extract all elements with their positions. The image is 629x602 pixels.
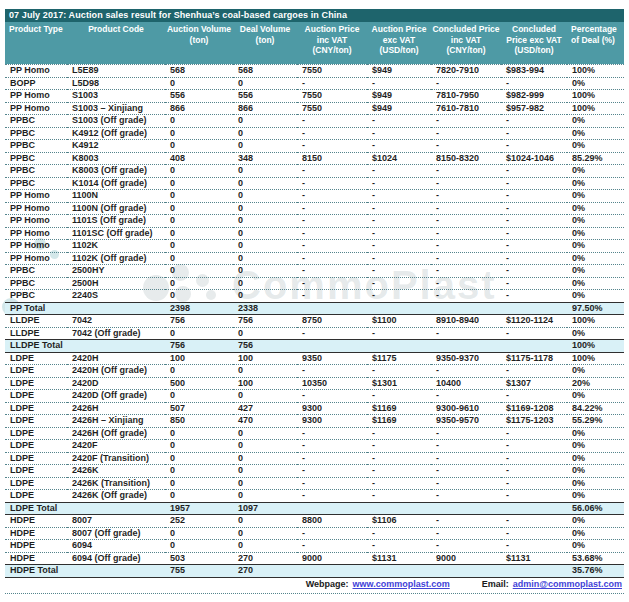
table-row: PP HomoL5E895685687550$9497820-7910$983-…	[5, 65, 624, 78]
cell-auction-volume: 1957	[165, 502, 233, 515]
email-label: Email:	[482, 579, 509, 589]
col-header-product-code: Product Code	[67, 22, 165, 65]
cell-product-type: HDPE	[5, 515, 67, 528]
cell-product-code: 2420D (Off grade)	[67, 390, 165, 403]
cell-concluded-price-exc-vat: -	[501, 240, 567, 253]
table-row: PPBC2500HY00----0%	[5, 265, 624, 278]
cell-product-code: 2426H (Off grade)	[67, 427, 165, 440]
cell-concluded-price-inc-vat: -	[431, 365, 501, 378]
cell-auction-price-inc-vat: -	[297, 365, 367, 378]
cell-auction-price-exc-vat: $1024	[367, 152, 431, 165]
table-row: PP Homo1102K (Off grade)00----0%	[5, 252, 624, 265]
cell-deal-volume: 866	[233, 102, 297, 115]
cell-product-code: S1003 – Xinjiang	[67, 102, 165, 115]
cell-deal-volume: 270	[233, 552, 297, 565]
cell-product-type: LDPE	[5, 377, 67, 390]
cell-concluded-price-inc-vat: -	[431, 440, 501, 453]
cell-concluded-price-exc-vat	[501, 340, 567, 353]
cell-deal-volume: 0	[233, 77, 297, 90]
report-title: 07 July 2017: Auction sales result for S…	[5, 9, 624, 22]
cell-deal-volume: 0	[233, 390, 297, 403]
cell-auction-price-inc-vat: -	[297, 527, 367, 540]
cell-deal-volume: 0	[233, 527, 297, 540]
cell-deal-volume: 556	[233, 90, 297, 103]
cell-auction-price-inc-vat: -	[297, 277, 367, 290]
webpage-link[interactable]: www.commoplast.com	[353, 579, 450, 589]
cell-concluded-price-inc-vat: 7810-7950	[431, 90, 501, 103]
cell-product-type: PPBC	[5, 165, 67, 178]
table-row: PPBCK8003 (Off grade)00----0%	[5, 165, 624, 178]
table-row: LDPE2426H – Xinjiang8504709300$11699350-…	[5, 415, 624, 428]
col-header-auction-volume: Auction Volume (ton)	[165, 22, 233, 65]
cell-auction-volume: 0	[165, 490, 233, 503]
cell-deal-volume: 100	[233, 352, 297, 365]
cell-auction-price-inc-vat: 9300	[297, 415, 367, 428]
cell-concluded-price-exc-vat: -	[501, 452, 567, 465]
cell-deal-volume: 2338	[233, 302, 297, 315]
cell-concluded-price-exc-vat: -	[501, 540, 567, 553]
cell-product-type: LDPE	[5, 477, 67, 490]
cell-auction-price-exc-vat: -	[367, 165, 431, 178]
cell-auction-price-exc-vat: -	[367, 540, 431, 553]
cell-auction-volume: 100	[165, 352, 233, 365]
cell-auction-price-exc-vat: -	[367, 215, 431, 228]
cell-percentage-of-deal: 85.29%	[567, 152, 624, 165]
cell-product-type: PPBC	[5, 115, 67, 128]
cell-auction-price-exc-vat: -	[367, 115, 431, 128]
cell-auction-volume: 252	[165, 515, 233, 528]
table-row: LDPE2426H5074279300$11699300-9610$1169-1…	[5, 402, 624, 415]
cell-concluded-price-exc-vat: $1131	[501, 552, 567, 565]
cell-deal-volume: 0	[233, 115, 297, 128]
cell-deal-volume: 100	[233, 377, 297, 390]
cell-deal-volume: 0	[233, 440, 297, 453]
cell-auction-price-inc-vat: 9350	[297, 352, 367, 365]
cell-concluded-price-exc-vat: -	[501, 290, 567, 303]
cell-auction-price-exc-vat: -	[367, 465, 431, 478]
cell-product-code: 7042	[67, 315, 165, 328]
cell-auction-price-exc-vat	[367, 340, 431, 353]
cell-product-code: 2426K (Off grade)	[67, 490, 165, 503]
cell-auction-price-inc-vat: 7550	[297, 65, 367, 78]
cell-product-type: PPBC	[5, 265, 67, 278]
cell-product-type: LDPE	[5, 415, 67, 428]
cell-auction-price-inc-vat: 10350	[297, 377, 367, 390]
cell-concluded-price-inc-vat: -	[431, 252, 501, 265]
cell-auction-volume: 0	[165, 202, 233, 215]
cell-concluded-price-exc-vat: $983-994	[501, 65, 567, 78]
table-row: PP Homo1100N (Off grade)00----0%	[5, 202, 624, 215]
table-row: PPBC2240S00----0%	[5, 290, 624, 303]
cell-percentage-of-deal: 0%	[567, 477, 624, 490]
cell-percentage-of-deal: 0%	[567, 115, 624, 128]
cell-product-type: PPBC	[5, 152, 67, 165]
cell-auction-price-inc-vat: -	[297, 140, 367, 153]
cell-concluded-price-inc-vat	[431, 302, 501, 315]
table-row: HDPE800725208800$1106--0%	[5, 515, 624, 528]
cell-auction-price-exc-vat: -	[367, 127, 431, 140]
cell-product-code: 1101S (Off grade)	[67, 215, 165, 228]
cell-deal-volume: 1097	[233, 502, 297, 515]
cell-product-type: LDPE	[5, 452, 67, 465]
cell-auction-price-exc-vat: $1100	[367, 315, 431, 328]
cell-auction-volume: 0	[165, 290, 233, 303]
table-row: LDPE2420D (Off grade)00----0%	[5, 390, 624, 403]
bottom-spacer	[5, 594, 624, 602]
cell-percentage-of-deal: 0%	[567, 165, 624, 178]
cell-percentage-of-deal: 53.68%	[567, 552, 624, 565]
cell-product-type: LDPE	[5, 465, 67, 478]
cell-product-type: LDPE	[5, 427, 67, 440]
cell-auction-price-inc-vat: -	[297, 452, 367, 465]
cell-product-code: 1102K (Off grade)	[67, 252, 165, 265]
total-row: PP Total2398233897.50%	[5, 302, 624, 315]
cell-concluded-price-exc-vat: $1175-1203	[501, 415, 567, 428]
email-link[interactable]: admin@commoplast.com	[513, 579, 622, 589]
cell-percentage-of-deal: 0%	[567, 527, 624, 540]
cell-auction-price-inc-vat: -	[297, 465, 367, 478]
cell-percentage-of-deal: 0%	[567, 190, 624, 203]
cell-auction-volume: 503	[165, 552, 233, 565]
cell-concluded-price-exc-vat: -	[501, 265, 567, 278]
cell-percentage-of-deal: 84.22%	[567, 402, 624, 415]
cell-concluded-price-exc-vat: -	[501, 277, 567, 290]
cell-percentage-of-deal: 0%	[567, 465, 624, 478]
cell-product-type: LDPE	[5, 490, 67, 503]
cell-product-code: 1100N	[67, 190, 165, 203]
